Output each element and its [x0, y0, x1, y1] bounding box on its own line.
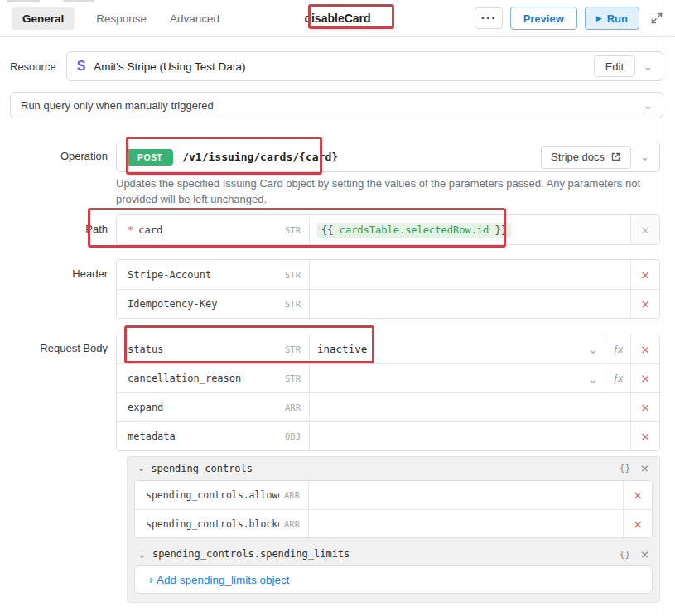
param-key: expand — [128, 402, 163, 413]
param-key: cancellation_reason — [128, 373, 241, 384]
spending-controls-group: ⌄ spending_controls {} × spending_contro… — [127, 456, 660, 603]
run-label: Run — [607, 12, 628, 25]
param-row-stripe-account: Stripe-Account STR × — [117, 260, 659, 289]
header-label: Header — [0, 259, 116, 319]
param-key: metadata — [128, 431, 176, 442]
operation-row: Operation POST /v1/issuing/cards/{card} … — [0, 142, 675, 207]
param-value-select[interactable]: inactive — [310, 334, 581, 363]
stripe-logo-icon: S — [77, 59, 86, 74]
tab-general[interactable]: General — [12, 7, 75, 30]
remove-row-button[interactable]: × — [630, 422, 659, 450]
chevron-down-icon[interactable]: ⌄ — [581, 334, 605, 363]
param-value-input[interactable] — [310, 260, 630, 289]
collapse-chevron-icon[interactable]: ⌄ — [137, 464, 145, 473]
path-params-table: * card STR {{ cardsTable.selectedRow.id … — [116, 214, 660, 245]
param-key-cell: expand ARR — [117, 393, 310, 421]
param-key-cell: * card STR — [117, 215, 310, 244]
run-button[interactable]: ▶ Run — [585, 7, 639, 30]
remove-row-button[interactable]: × — [623, 481, 652, 509]
param-key-cell: Idempotency-Key STR — [117, 290, 310, 318]
expand-icon[interactable] — [650, 12, 663, 25]
preview-button[interactable]: Preview — [510, 7, 577, 30]
tab-advanced[interactable]: Advanced — [168, 7, 221, 30]
param-value-input[interactable] — [310, 393, 630, 421]
remove-row-button[interactable]: × — [630, 334, 659, 363]
group-title: spending_controls — [151, 463, 253, 474]
chevron-down-icon: ⌄ — [640, 152, 649, 162]
group-params-table: spending_controls.allowed_c ARR × spendi… — [134, 480, 653, 538]
param-key-cell: Stripe-Account STR — [117, 260, 310, 289]
query-form: Operation POST /v1/issuing/cards/{card} … — [0, 142, 675, 603]
param-value-input[interactable]: {{ cardsTable.selectedRow.id }} — [310, 215, 630, 244]
param-row-allowed-categories: spending_controls.allowed_c ARR × — [135, 481, 652, 509]
operation-select[interactable]: POST /v1/issuing/cards/{card} Stripe doc… — [116, 142, 660, 172]
tab-response[interactable]: Response — [94, 7, 148, 30]
param-type: STR — [285, 270, 301, 280]
collapse-chevron-icon[interactable]: ⌄ — [137, 549, 147, 560]
resource-name: Amit's Stripe (Using Test Data) — [94, 60, 245, 73]
remove-group-button[interactable]: × — [640, 462, 649, 474]
param-row-expand: expand ARR × — [117, 392, 659, 421]
fx-toggle-button[interactable]: ƒx — [605, 334, 630, 363]
add-object-container: + Add spending_limits object — [134, 565, 653, 594]
param-value-input[interactable] — [310, 290, 630, 318]
subgroup-title: spending_controls.spending_limits — [152, 548, 350, 560]
remove-row-button[interactable]: × — [630, 364, 659, 392]
param-row-blocked-categories: spending_controls.blocked_c ARR × — [135, 509, 652, 537]
remove-row-button[interactable]: × — [630, 260, 659, 289]
edit-resource-button[interactable]: Edit — [594, 55, 635, 77]
param-key: status — [128, 344, 163, 355]
request-body-section: Request Body status STR inactive ⌄ ƒx × — [0, 334, 675, 603]
param-key-cell: status STR — [117, 334, 310, 363]
resource-row: Resource S Amit's Stripe (Using Test Dat… — [10, 51, 663, 81]
stripe-docs-button[interactable]: Stripe docs — [541, 146, 631, 169]
play-icon: ▶ — [596, 14, 602, 22]
remove-row-button[interactable]: × — [630, 290, 659, 318]
param-key-cell: spending_controls.blocked_c ARR — [135, 510, 309, 537]
param-key: spending_controls.blocked_c — [146, 518, 279, 530]
chevron-down-icon: ⌄ — [644, 61, 653, 72]
remove-row-button[interactable]: × — [630, 393, 659, 421]
template-token: {{ cardsTable.selectedRow.id }} — [317, 223, 511, 238]
run-trigger-select[interactable]: Run query only when manually triggered ⌄ — [10, 92, 663, 118]
query-toolbar: disableCard General Response Advanced ••… — [0, 0, 675, 37]
chevron-down-icon[interactable]: ⌄ — [581, 364, 605, 392]
stripe-docs-label: Stripe docs — [551, 151, 605, 163]
run-trigger-value: Run query only when manually triggered — [21, 99, 214, 112]
query-editor-panel: disableCard General Response Advanced ••… — [0, 0, 675, 616]
param-key: card — [138, 224, 162, 236]
resource-label: Resource — [10, 60, 56, 73]
param-value-input[interactable] — [310, 422, 630, 450]
request-body-label: Request Body — [0, 334, 116, 603]
object-braces-icon[interactable]: {} — [620, 463, 630, 474]
more-options-button[interactable]: ••• — [475, 7, 503, 29]
editor-tabs: General Response Advanced — [12, 7, 221, 30]
remove-row-button[interactable]: × — [623, 510, 652, 537]
http-method-badge: POST — [127, 149, 173, 166]
param-type: STR — [285, 373, 301, 383]
param-value-select[interactable] — [310, 364, 581, 392]
toolbar-actions: ••• Preview ▶ Run — [475, 7, 663, 30]
group-header: ⌄ spending_controls {} × — [134, 457, 653, 479]
subgroup-header: ⌄ spending_controls.spending_limits {} × — [134, 544, 653, 564]
param-row-status: status STR inactive ⌄ ƒx × — [117, 334, 659, 363]
remove-group-button[interactable]: × — [640, 548, 649, 561]
fx-toggle-button[interactable]: ƒx — [605, 364, 630, 392]
param-type: ARR — [284, 519, 300, 529]
param-row-metadata: metadata OBJ × — [117, 421, 659, 450]
param-row-idempotency-key: Idempotency-Key STR × — [117, 289, 659, 318]
param-type: OBJ — [285, 431, 301, 441]
body-params-table: status STR inactive ⌄ ƒx × cancellation_… — [116, 334, 660, 451]
operation-description: Updates the specified Issuing Card objec… — [116, 176, 646, 207]
param-value-input[interactable] — [309, 481, 623, 509]
add-spending-limits-button[interactable]: + Add spending_limits object — [147, 574, 290, 586]
param-type: STR — [285, 225, 301, 235]
object-braces-icon[interactable]: {} — [620, 549, 630, 560]
remove-row-button: × — [630, 215, 659, 244]
param-key-cell: cancellation_reason STR — [117, 364, 310, 392]
header-params-table: Stripe-Account STR × Idempotency-Key STR… — [116, 259, 660, 319]
param-key-cell: spending_controls.allowed_c ARR — [135, 481, 309, 509]
param-row-cancellation-reason: cancellation_reason STR ⌄ ƒx × — [117, 363, 659, 392]
param-value-input[interactable] — [309, 510, 623, 537]
resource-select[interactable]: S Amit's Stripe (Using Test Data) Edit ⌄ — [66, 51, 663, 81]
